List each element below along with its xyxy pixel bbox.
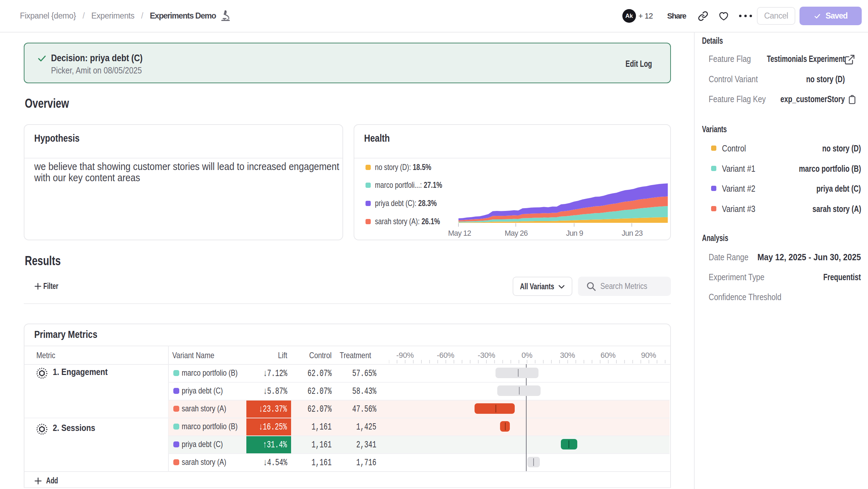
svg-text:Jun 9: Jun 9 <box>566 229 583 238</box>
svg-text:May 26: May 26 <box>505 229 528 238</box>
svg-text:Jun 23: Jun 23 <box>622 229 643 238</box>
svg-text:May 12: May 12 <box>448 229 471 238</box>
